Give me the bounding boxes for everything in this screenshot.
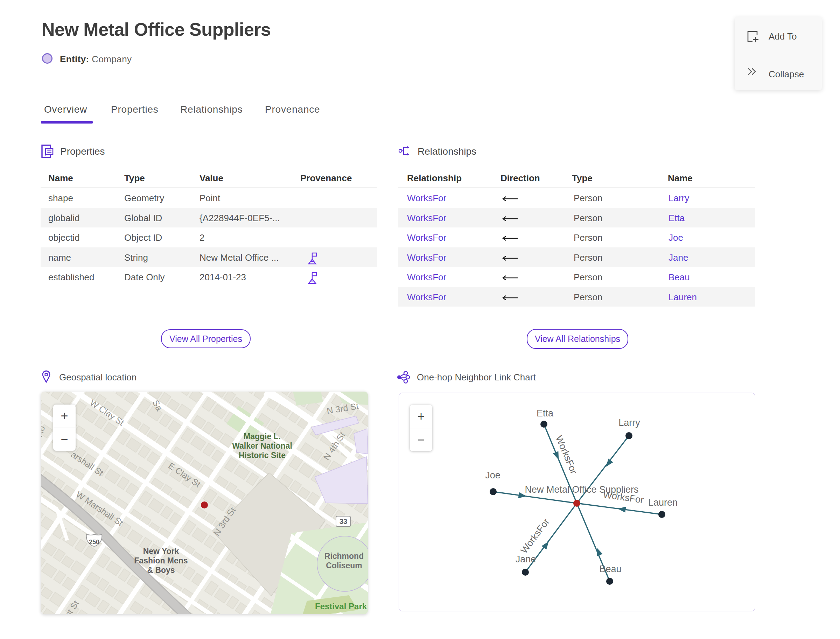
svg-text:Jane: Jane <box>515 554 536 564</box>
svg-text:Coliseum: Coliseum <box>326 561 362 570</box>
svg-text:Etta: Etta <box>536 408 554 418</box>
svg-text:Lauren: Lauren <box>648 497 678 508</box>
svg-text:Joe: Joe <box>485 470 501 480</box>
svg-text:Historic Site: Historic Site <box>239 451 286 460</box>
svg-text:Walker National: Walker National <box>232 441 292 450</box>
svg-text:Larry: Larry <box>619 418 640 428</box>
svg-text:Fashion Mens: Fashion Mens <box>134 556 188 565</box>
svg-text:Maggie L.: Maggie L. <box>243 432 281 441</box>
svg-text:WorksFor: WorksFor <box>519 517 552 555</box>
svg-text:New York: New York <box>143 547 179 556</box>
svg-text:& Boys: & Boys <box>147 566 175 575</box>
svg-text:Festival Park: Festival Park <box>315 602 367 611</box>
svg-text:Beau: Beau <box>599 564 621 574</box>
svg-text:33: 33 <box>339 518 347 525</box>
svg-text:Richmond: Richmond <box>325 552 364 561</box>
svg-text:250: 250 <box>89 539 99 545</box>
